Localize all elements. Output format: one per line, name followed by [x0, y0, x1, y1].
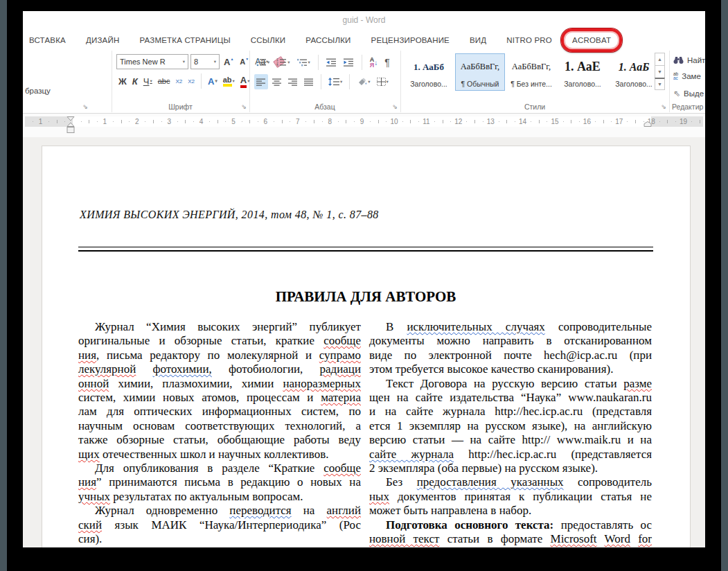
shrink-font-glyph: А	[240, 58, 245, 66]
text-line: систем, химии новых атомов, процессам и …	[78, 391, 361, 405]
sort-button[interactable]: АЯ ↓	[368, 55, 380, 70]
style-card[interactable]: 1. АаЕЗаголово...	[558, 53, 607, 91]
clipboard-dialog-launcher-icon[interactable]: ⇘	[82, 104, 88, 110]
grow-font-button[interactable]: А▲	[222, 54, 236, 69]
chevron-down-icon: ▾	[181, 59, 185, 64]
text-line: ский язык МАИК “Наука/Интерпериодика” (Р…	[78, 518, 361, 532]
spellcheck-flagged-text: радиаци	[319, 362, 361, 376]
ruler-number: 1	[39, 116, 43, 127]
tab-рассылки[interactable]: РАССЫЛКИ	[305, 36, 350, 44]
bullets-button[interactable]: ▾	[254, 55, 272, 70]
font-dialog-launcher-icon[interactable]: ⇘	[241, 104, 247, 110]
ruler-tick	[346, 120, 346, 123]
style-preview: АаБбВвГг,	[512, 54, 551, 80]
tab-вставка[interactable]: ВСТАВКА	[29, 36, 66, 44]
ruler-tick	[659, 121, 660, 122]
text-segment: сопроводительные	[545, 320, 652, 333]
text-line: ных документов принятая к публикации ста…	[369, 490, 652, 504]
text-segment	[597, 532, 605, 545]
tab-nitro-pro[interactable]: NITRO PRO	[506, 36, 552, 44]
align-right-icon	[288, 78, 298, 86]
text-segment: оригинальные и обзорные статьи, краткие	[78, 334, 323, 347]
text-effects-button[interactable]: А▾	[206, 73, 220, 89]
ruler-number: 2	[135, 116, 139, 127]
ruler-number: 3	[167, 116, 171, 127]
ruler-tick	[290, 121, 290, 122]
ruler-tick	[627, 121, 628, 122]
line-spacing-button[interactable]: ▾	[326, 74, 344, 89]
replace-button[interactable]: abac Заме	[673, 72, 701, 80]
style-card[interactable]: АаБбВвГг,¶ Без инте...	[506, 53, 556, 91]
document-page[interactable]: ХИМИЯ ВЫСОКИХ ЭНЕРГИЙ, 2014, том 48, № 1…	[42, 146, 691, 547]
underline-button[interactable]: Ч▾	[141, 73, 154, 89]
chevron-down-icon: ▾	[368, 79, 370, 85]
paragraph-dialog-launcher-icon[interactable]: ⇘	[392, 104, 398, 110]
ruler-tick	[499, 121, 499, 122]
shrink-arrow-icon: ▼	[245, 57, 249, 61]
numbering-button[interactable]: 123 ▾	[274, 55, 292, 70]
font-size-combo[interactable]: 8 ▾	[190, 54, 220, 69]
increase-indent-button[interactable]	[341, 55, 356, 70]
superscript-button[interactable]: Х2	[186, 73, 197, 89]
ruler-tick	[531, 121, 531, 122]
font-name-combo[interactable]: Times New R ▾	[116, 54, 188, 69]
bold-button[interactable]: Ж	[116, 73, 129, 89]
spellcheck-flagged-text: щих	[78, 448, 100, 461]
tab-acrobat[interactable]: ACROBAT	[572, 36, 611, 44]
spellcheck-flagged-text: Windows	[369, 547, 414, 548]
ruler-tick	[603, 120, 604, 123]
styles-scroll-down-button[interactable]: ▼	[655, 65, 665, 78]
text-segment: ется 1 экземпляр на русском языке), на а…	[369, 419, 652, 432]
justify-button[interactable]	[302, 74, 316, 89]
align-left-button[interactable]	[254, 74, 268, 89]
right-indent-marker[interactable]	[643, 121, 652, 127]
style-preview: 1. АаБ	[619, 54, 650, 80]
strikethrough-button[interactable]: abc	[156, 73, 172, 89]
styles-scroll-up-button[interactable]: ▲	[655, 53, 665, 66]
text-line: может быть направлена в набор.	[369, 504, 652, 518]
ruler-tick	[563, 121, 564, 122]
decrease-indent-button[interactable]	[324, 55, 339, 70]
styles-dialog-launcher-icon[interactable]: ⇘	[661, 104, 666, 110]
tab-вид[interactable]: ВИД	[470, 36, 486, 44]
style-card[interactable]: 1. АаБЗаголово...	[609, 53, 659, 91]
style-name: ¶ Обычный	[461, 80, 499, 90]
show-marks-button[interactable]: ¶	[382, 55, 392, 70]
italic-button[interactable]: К	[130, 73, 140, 89]
ruler-number: 11	[423, 116, 429, 127]
tab-ссылки[interactable]: ССЫЛКИ	[251, 36, 286, 44]
chevron-down-icon: ▾	[212, 59, 216, 64]
style-card[interactable]: АаБбВвГг,¶ Обычный	[455, 53, 505, 91]
text-segment: язык МАИК “Наука/Интерпериодика” (Рос	[102, 518, 361, 532]
styles-gallery-more-button[interactable]: ▼	[655, 78, 665, 90]
borders-button[interactable]: ▾	[375, 74, 391, 89]
ribbon: бразцу ⇘ Times New R ▾ 8 ▾ А▲ А▼ Аа	[23, 51, 705, 114]
align-right-button[interactable]	[286, 74, 300, 89]
left-indent-square-marker[interactable]	[66, 127, 75, 134]
multilevel-list-button[interactable]: ▾	[295, 55, 312, 70]
highlight-button[interactable]: ab▾	[221, 73, 237, 89]
text-line: документы можно направить в отсканирован…	[369, 334, 652, 348]
paragraph-group-label: Абзац	[249, 103, 400, 111]
style-card[interactable]: 1. АаБбЗаголово...	[404, 53, 454, 91]
align-center-button[interactable]	[270, 74, 284, 89]
select-button[interactable]: ⇖ Выде	[673, 89, 704, 98]
text-segment: 2 экземпляра (оба первые) на русском язы…	[369, 462, 598, 475]
ruler-tick	[314, 120, 314, 123]
shading-button[interactable]: ▾	[355, 74, 372, 89]
spellcheck-flagged-text: материа	[321, 391, 361, 404]
subscript-button[interactable]: Х2	[173, 73, 184, 89]
ruler-tick	[667, 120, 668, 123]
text-line: 2 экземпляра (оба первые) на русском язы…	[369, 462, 652, 475]
indent-markers[interactable]	[66, 116, 75, 127]
find-button[interactable]: Найти	[673, 55, 705, 64]
spellcheck-flagged-text: учных	[78, 490, 110, 503]
group-styles: 1. АаБбЗаголово...АаБбВвГг,¶ ОбычныйАаБб…	[400, 51, 670, 112]
format-painter-label[interactable]: бразцу	[25, 87, 51, 95]
tab-дизайн[interactable]: ДИЗАЙН	[86, 36, 119, 44]
spellcheck-flagged-text: ния	[78, 475, 96, 489]
text-segment: документов принятая к публикации статья …	[389, 490, 652, 503]
tab-разметка-страницы[interactable]: РАЗМЕТКА СТРАНИЦЫ	[139, 36, 230, 44]
spellcheck-flagged-text: Microsoft	[551, 532, 597, 545]
tab-рецензирование[interactable]: РЕЦЕНЗИРОВАНИЕ	[371, 36, 450, 44]
